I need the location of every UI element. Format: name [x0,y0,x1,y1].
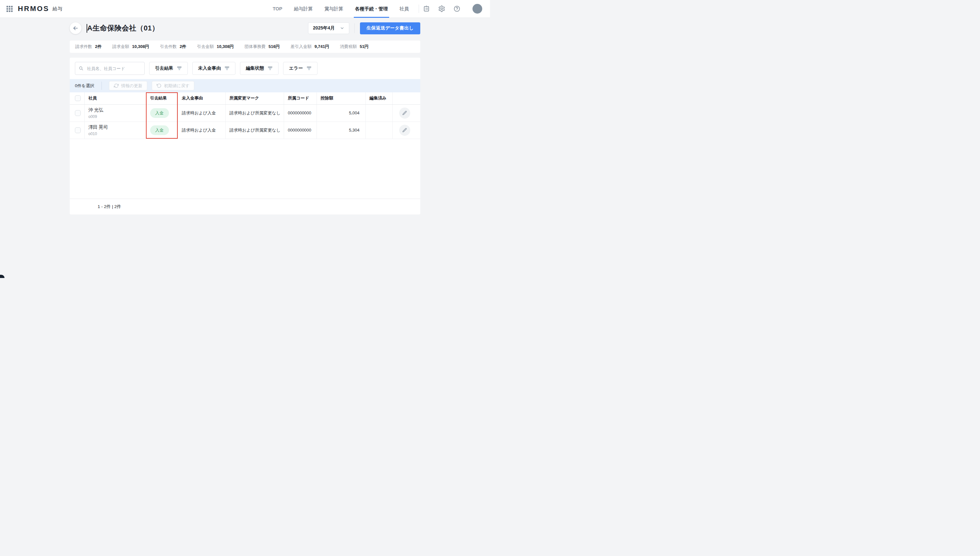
stat-billing-count: 請求件数 2件 [75,44,102,50]
table-footer: 1 - 2件 | 2件 [70,199,420,215]
nav-divider [419,5,419,13]
selection-divider [102,82,102,90]
main-nav: TOP 給与計算 賞与計算 各種手続・管理 社員 [273,0,409,18]
chevron-down-icon [340,26,344,31]
stat-group-fee: 団体事務費 516円 [245,44,280,50]
payment-status-badge: 入金 [150,125,169,135]
row-checkbox[interactable] [75,110,81,116]
pencil-icon [402,128,407,133]
deduction-amount-cell: 5,004 [316,104,366,121]
filter-funnel-icon [306,66,312,71]
unpaid-reason-cell: 請求時および入金 [178,121,225,139]
edit-row-button[interactable] [399,125,410,136]
affiliation-code-cell: 0000000000 [284,121,316,139]
summary-stats-bar: 請求件数 2件 請求金額 10,308円 引去件数 2件 引去金額 10,308… [70,40,420,53]
pencil-icon [402,110,407,116]
filter-funnel-icon [267,66,273,71]
filter-funnel-icon [224,66,230,71]
col-header-unpaid-reason: 未入金事由 [178,92,225,104]
search-input[interactable] [86,66,141,71]
col-header-edited: 編集済み [366,92,392,104]
select-all-checkbox[interactable] [75,95,81,101]
hrmos-logo: HRMOS [18,5,49,13]
app-grid-icon[interactable] [6,6,13,12]
col-header-deduction-result: 引去結果 [146,92,178,104]
undo-icon [157,83,162,88]
search-icon [78,66,84,71]
nav-payroll-calc[interactable]: 給与計算 [294,0,313,18]
col-header-actions [392,92,420,104]
refresh-icon [114,83,119,88]
help-circle-icon[interactable] [454,5,460,12]
col-header-affiliation-change: 所属変更マーク [225,92,284,104]
table-row[interactable]: 沖 光弘 o009 入金 請求時および入金 請求時および所属変更なし 00000… [70,104,420,121]
table-header-row: 社員 引去結果 未入金事由 所属変更マーク 所属コード 控除額 編集済み [70,92,420,104]
affiliation-change-cell: 請求時および所属変更なし [225,104,284,121]
col-header-employee: 社員 [84,92,146,104]
filter-edit-status[interactable]: 編集状態 [240,62,279,75]
selection-count: 0件を選択 [75,83,94,89]
row-checkbox[interactable] [75,127,81,133]
bottom-left-widget [0,275,5,278]
nav-top[interactable]: TOP [273,0,282,18]
product-name-label: 給与 [53,6,62,12]
search-input-wrapper [75,62,145,75]
filter-unpaid-reason[interactable]: 未入金事由 [192,62,235,75]
clipboard-list-icon[interactable] [423,5,430,12]
filter-deduction-result[interactable]: 引去結果 [149,62,188,75]
unpaid-reason-cell: 請求時および入金 [178,104,225,121]
stat-net-amount: 差引入金額 9,741円 [291,44,329,50]
nav-employees[interactable]: 社員 [400,0,409,18]
main-panel: 引去結果 未入金事由 編集状態 [70,58,420,215]
reset-defaults-button[interactable]: 初期値に戻す [152,81,194,91]
col-header-deduction-amount: 控除額 [316,92,366,104]
page-title: A生命保険会社（01） [87,23,159,33]
nav-bonus-calc[interactable]: 賞与計算 [325,0,343,18]
affiliation-code-cell: 0000000000 [284,104,316,121]
edited-cell [366,121,392,139]
stat-billing-amount: 請求金額 10,308円 [112,44,149,50]
edited-cell [366,104,392,121]
affiliation-change-cell: 請求時および所属変更なし [225,121,284,139]
deduction-amount-cell: 5,304 [316,121,366,139]
payment-status-badge: 入金 [150,108,169,118]
table-row[interactable]: 澤田 晃司 o010 入金 請求時および入金 請求時および所属変更なし 0000… [70,121,420,139]
export-data-button[interactable]: 生保返送データ書出し [360,23,420,34]
employee-table: 社員 引去結果 未入金事由 所属変更マーク 所属コード 控除額 編集済み 沖 光… [70,92,420,139]
filter-error[interactable]: エラー [283,62,317,75]
stat-deduction-amount: 引去金額 10,308円 [197,44,234,50]
top-bar: HRMOS 給与 TOP 給与計算 賞与計算 各種手続・管理 社員 [0,0,490,18]
gear-icon[interactable] [438,5,445,12]
refresh-info-button[interactable]: 情報の更新 [109,81,147,91]
employee-name: 澤田 晃司 [89,124,142,130]
title-row: A生命保険会社（01） 2025年4月 生保返送データ書出し [70,21,420,35]
page-content: A生命保険会社（01） 2025年4月 生保返送データ書出し 請求件数 2件 請… [70,21,420,215]
month-selector[interactable]: 2025年4月 [308,23,349,34]
back-button[interactable] [70,23,81,34]
top-icons [423,4,482,14]
stat-deduction-count: 引去件数 2件 [160,44,186,50]
selection-bar: 0件を選択 情報の更新 初期値に戻す [70,79,420,92]
col-header-affiliation-code: 所属コード [284,92,316,104]
title-divider [355,23,355,33]
employee-code: o009 [89,115,142,119]
filter-funnel-icon [177,66,182,71]
employee-code: o010 [89,131,142,136]
user-avatar[interactable] [473,4,482,14]
pagination-info: 1 - 2件 | 2件 [97,204,121,210]
stat-consumption-tax: 消費税額 51円 [340,44,368,50]
month-selector-value: 2025年4月 [313,25,335,31]
edit-row-button[interactable] [399,108,410,119]
filter-row: 引去結果 未入金事由 編集状態 [70,58,420,79]
title-actions: 2025年4月 生保返送データ書出し [308,23,420,34]
nav-procedures-management[interactable]: 各種手続・管理 [355,0,388,18]
employee-name: 沖 光弘 [89,107,142,113]
